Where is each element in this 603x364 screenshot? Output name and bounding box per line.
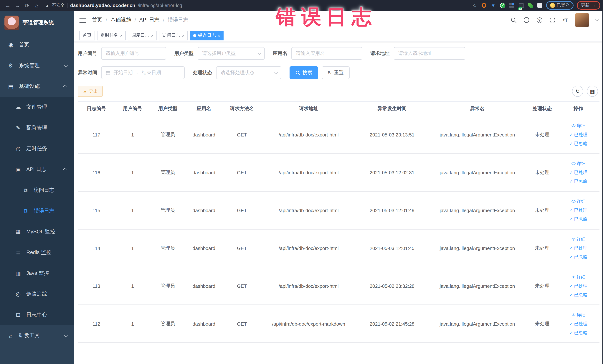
table-row[interactable]: 112 1 管理员 dashboard GET /api/infra/db-do… <box>78 305 600 343</box>
sidebar-item-redis-monitor[interactable]: ≣ Redis 监控 <box>0 242 74 263</box>
address-bar[interactable]: ▲ 不安全 dashboard.yudao.iocoder.cn/infra/l… <box>45 3 472 8</box>
ext-leaf-icon[interactable] <box>527 2 533 8</box>
table-row[interactable]: 117 1 管理员 dashboard GET /api/infra/db-do… <box>78 116 600 154</box>
paused-extension-pill[interactable]: 已暂停 <box>546 1 574 10</box>
sidebar-item-log-center[interactable]: ⊡ 日志中心 <box>0 305 74 325</box>
close-icon[interactable]: × <box>151 33 153 38</box>
detail-link[interactable]: 详细 <box>571 198 586 205</box>
sidebar-logo-row[interactable]: 芋道管理系统 <box>0 11 74 35</box>
sidebar-item-access-log[interactable]: ⧉ 访问日志 <box>0 180 74 201</box>
processed-link[interactable]: ✓ 已处理 <box>569 169 587 176</box>
cell-log-id: 112 <box>78 321 115 327</box>
ignored-link[interactable]: ✓ 已忽略 <box>569 329 587 336</box>
not-secure-warning-icon: ▲ <box>45 3 49 8</box>
sidebar-item-infrastructure[interactable]: ▤ 基础设施 <box>0 76 74 97</box>
ignored-link[interactable]: ✓ 已忽略 <box>569 178 587 185</box>
sidebar-item-system-management[interactable]: ⚙ 系统管理 <box>0 55 74 76</box>
breadcrumb-infrastructure[interactable]: 基础设施 <box>110 17 131 23</box>
sidebar-item-scheduled-tasks[interactable]: ◷ 定时任务 <box>0 138 74 159</box>
tab-error-log[interactable]: 错误日志× <box>190 31 223 40</box>
detail-link[interactable]: 详细 <box>571 123 586 129</box>
process-status-select[interactable]: 请选择处理状态 <box>216 66 281 79</box>
user-type-select[interactable]: 请选择用户类型 <box>197 47 265 60</box>
user-id-input[interactable]: 请输入用户编号 <box>101 47 166 60</box>
user-avatar[interactable] <box>575 13 589 27</box>
cell-actions: 详细 ✓ 已处理 ✓ 已忽略 <box>558 198 599 222</box>
tab-access-log[interactable]: 访问日志× <box>159 31 188 40</box>
browser-chrome: ← → ⟳ ⌂ ▲ 不安全 dashboard.yudao.iocoder.cn… <box>0 0 603 11</box>
column-settings-button[interactable]: ▦ <box>587 86 598 97</box>
sidebar-item-home[interactable]: ◉ 首页 <box>0 35 74 55</box>
sidebar-item-dev-tools[interactable]: ⌂ 研发工具 <box>0 325 74 346</box>
sidebar-item-label: 定时任务 <box>26 145 47 152</box>
sidebar-item-trace[interactable]: ◎ 链路追踪 <box>0 284 74 305</box>
processed-link[interactable]: ✓ 已处理 <box>569 245 587 251</box>
processed-link[interactable]: ✓ 已处理 <box>569 283 587 289</box>
help-icon[interactable]: ? <box>536 17 543 23</box>
breadcrumb-home[interactable]: 首页 <box>92 17 102 23</box>
sidebar-item-mysql-monitor[interactable]: ▦ MySQL 监控 <box>0 221 74 242</box>
detail-link[interactable]: 详细 <box>571 160 586 167</box>
request-url-input[interactable]: 请输入请求地址 <box>394 47 465 60</box>
search-button[interactable]: 搜索 <box>290 66 318 79</box>
detail-link[interactable]: 详细 <box>571 274 586 280</box>
ignored-link[interactable]: ✓ 已忽略 <box>569 216 587 222</box>
table-header-row: 日志编号 用户编号 用户类型 应用名 请求方法名 请求地址 异常发生时间 异常名… <box>78 101 600 116</box>
font-size-icon[interactable]: тT <box>562 17 569 23</box>
ignored-link[interactable]: ✓ 已忽略 <box>569 140 587 147</box>
close-icon[interactable]: × <box>218 33 220 38</box>
tab-scheduled-tasks[interactable]: 定时任务× <box>97 31 126 40</box>
sidebar-item-api-log[interactable]: ▣ API 日志 <box>0 159 74 180</box>
export-button[interactable]: 导出 <box>78 86 103 97</box>
detail-link[interactable]: 详细 <box>571 312 586 318</box>
update-button[interactable]: 更新 ⋮ <box>577 1 600 10</box>
ignored-link[interactable]: ✓ 已忽略 <box>569 292 587 298</box>
fullscreen-icon[interactable] <box>549 17 556 23</box>
sidebar-item-file-management[interactable]: ☁ 文件管理 <box>0 97 74 117</box>
tab-home[interactable]: 首页 <box>79 31 95 40</box>
cell-app-name: dashboard <box>185 170 222 175</box>
ignored-link[interactable]: ✓ 已忽略 <box>569 254 587 260</box>
sidebar-item-config-management[interactable]: ✎ 配置管理 <box>0 117 74 138</box>
reload-icon[interactable]: ⟳ <box>22 2 32 8</box>
home-icon[interactable]: ⌂ <box>32 2 42 8</box>
processed-link[interactable]: ✓ 已处理 <box>569 131 587 138</box>
cell-log-id: 115 <box>78 208 115 213</box>
cell-user-id: 1 <box>115 170 150 175</box>
kebab-menu-icon[interactable]: ⋮ <box>592 3 596 8</box>
hamburger-icon[interactable] <box>79 18 86 23</box>
processed-link[interactable]: ✓ 已处理 <box>569 207 587 213</box>
cell-user-type: 管理员 <box>150 320 185 327</box>
table-row[interactable]: 113 1 管理员 dashboard GET /api/infra/db-do… <box>78 267 600 305</box>
close-icon[interactable]: × <box>182 33 185 38</box>
sidebar-item-error-log[interactable]: ⧉ 错误日志 <box>0 201 74 221</box>
update-label: 更新 <box>581 3 590 8</box>
reset-button[interactable]: ↻ 重置 <box>322 66 350 79</box>
ext-grid-icon[interactable] <box>509 2 515 8</box>
caret-down-icon[interactable] <box>595 18 599 21</box>
processed-link[interactable]: ✓ 已处理 <box>569 321 587 327</box>
forward-icon[interactable]: → <box>13 2 22 8</box>
ext-green-check-icon[interactable]: ✓ <box>499 2 506 8</box>
ext-blue-shield-icon[interactable]: ▼ <box>490 2 496 8</box>
close-icon[interactable]: × <box>120 33 123 38</box>
extensions-puzzle-icon[interactable] <box>537 2 543 8</box>
app-name-input[interactable]: 请输入应用名 <box>291 47 362 60</box>
table-row[interactable]: 115 1 管理员 dashboard GET /api/infra/db-do… <box>78 192 600 230</box>
infrastructure-icon: ▤ <box>7 83 14 90</box>
bookmark-star-icon[interactable]: ☆ <box>472 2 478 8</box>
exception-time-range-picker[interactable]: 开始日期 - 结束日期 <box>101 66 185 79</box>
sidebar-item-java-monitor[interactable]: ▥ Java 监控 <box>0 263 74 284</box>
table-row[interactable]: 114 1 管理员 dashboard GET /api/infra/db-do… <box>78 230 600 267</box>
table-row[interactable]: 116 1 管理员 dashboard GET /api/infra/db-do… <box>78 154 600 192</box>
breadcrumb-api-log[interactable]: API 日志 <box>139 17 160 23</box>
tab-schedule-log[interactable]: 调度日志× <box>128 31 157 40</box>
detail-link[interactable]: 详细 <box>571 236 586 242</box>
ext-switch-icon[interactable]: on <box>518 2 524 8</box>
refresh-table-button[interactable]: ↻ <box>572 86 583 97</box>
github-icon[interactable] <box>523 17 530 23</box>
ext-orange-icon[interactable] <box>481 2 487 8</box>
window-edge-scrollbar[interactable] <box>602 11 603 364</box>
search-icon[interactable] <box>510 17 517 23</box>
back-icon[interactable]: ← <box>3 2 13 8</box>
